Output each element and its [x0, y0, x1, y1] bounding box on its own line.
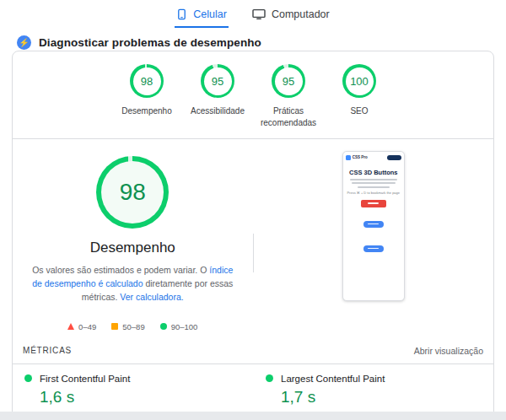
score-value: 95 — [283, 75, 294, 88]
device-tabs: Celular Computador — [0, 0, 506, 28]
score-value: 98 — [141, 75, 153, 88]
page-preview-column: CSS Pro CSS 3D Buttons Press ⌘ + D to bo… — [254, 151, 494, 331]
score-label: Acessibilidade — [191, 105, 245, 117]
report-card: 98 Desempenho 95 Acessibilidade 95 Práti… — [12, 51, 494, 420]
orange-square-icon — [111, 323, 118, 330]
tab-celular[interactable]: Celular — [175, 3, 229, 28]
preview-site-brand: CSS Pro — [353, 155, 368, 159]
preview-site-logo — [346, 155, 351, 160]
score-item-desempenho[interactable]: 98 Desempenho — [113, 64, 180, 128]
calculator-link[interactable]: Ver calculadora. — [120, 292, 183, 302]
performance-description: Os valores são estimados e podem variar.… — [27, 264, 238, 304]
lightning-icon: ⚡ — [17, 35, 31, 50]
page-title: Diagnosticar problemas de desempenho — [39, 36, 261, 49]
green-circle-icon — [160, 323, 167, 330]
legend-range-high: 90–100 — [160, 322, 198, 331]
preview-blue-button-1 — [363, 221, 384, 228]
mobile-icon — [176, 8, 187, 20]
performance-gauge-title: Desempenho — [90, 240, 175, 256]
metric-value: 1,6 s — [40, 388, 240, 407]
tab-celular-label: Celular — [193, 8, 227, 20]
metric-largest-contentful-paint: Largest Contentful Paint 1,7 s — [264, 364, 483, 416]
tab-computador[interactable]: Computador — [250, 3, 331, 28]
score-item-seo[interactable]: 100 SEO — [326, 64, 393, 128]
score-summary-row: 98 Desempenho 95 Acessibilidade 95 Práti… — [13, 51, 493, 139]
metric-status-icon — [24, 374, 32, 382]
desktop-icon — [252, 8, 266, 20]
metric-name: Largest Contentful Paint — [281, 374, 385, 384]
preview-text-line — [358, 186, 390, 188]
red-triangle-icon — [67, 323, 74, 330]
score-gauge-desempenho: 98 — [130, 64, 164, 98]
performance-overview: 98 Desempenho Os valores são estimados e… — [13, 139, 493, 337]
score-item-acessibilidade[interactable]: 95 Acessibilidade — [184, 64, 251, 128]
open-visualization-link[interactable]: Abrir visualização — [414, 346, 483, 356]
preview-blue-button-2 — [363, 245, 384, 252]
metric-name: First Contentful Paint — [40, 374, 130, 384]
legend-label: 0–49 — [78, 322, 96, 331]
legend-label: 90–100 — [171, 322, 198, 331]
score-label: Práticas recomendadas — [255, 105, 322, 128]
preview-red-button — [361, 200, 386, 207]
score-item-praticas[interactable]: 95 Práticas recomendadas — [255, 64, 322, 128]
legend-range-low: 0–49 — [67, 322, 96, 331]
score-label: Desempenho — [121, 105, 171, 117]
preview-header-button — [387, 155, 401, 160]
description-text: Os valores são estimados e podem variar.… — [32, 265, 209, 275]
legend-range-mid: 50–89 — [111, 322, 144, 331]
score-range-legend: 0–49 50–89 90–100 — [67, 322, 197, 331]
metrics-header: MÉTRICAS Abrir visualização — [13, 337, 493, 364]
score-value: 100 — [350, 75, 369, 88]
preview-text-line — [350, 179, 397, 180]
performance-score-value: 98 — [120, 179, 146, 206]
performance-gauge-column: 98 Desempenho Os valores são estimados e… — [13, 151, 253, 331]
score-gauge-acessibilidade: 95 — [201, 64, 234, 98]
preview-text-line — [352, 182, 396, 184]
metrics-section-title: MÉTRICAS — [23, 346, 72, 355]
preview-page-title: CSS 3D Buttons — [343, 169, 404, 176]
score-label: SEO — [350, 105, 368, 117]
metric-status-icon — [266, 374, 273, 382]
preview-site-header: CSS Pro — [343, 152, 404, 163]
legend-label: 50–89 — [122, 322, 144, 331]
page-cutoff-strip — [0, 412, 506, 420]
metric-first-contentful-paint: First Contentful Paint 1,6 s — [23, 364, 242, 416]
metric-value: 1,7 s — [281, 388, 482, 407]
preview-bookmark-hint: Press ⌘ + D to bookmark the page — [343, 191, 404, 195]
performance-main-gauge: 98 — [96, 156, 169, 229]
score-gauge-seo: 100 — [342, 64, 376, 98]
score-gauge-praticas: 95 — [272, 64, 305, 98]
score-value: 95 — [212, 75, 223, 88]
page-preview-thumbnail[interactable]: CSS Pro CSS 3D Buttons Press ⌘ + D to bo… — [342, 151, 405, 301]
tab-computador-label: Computador — [272, 8, 330, 20]
